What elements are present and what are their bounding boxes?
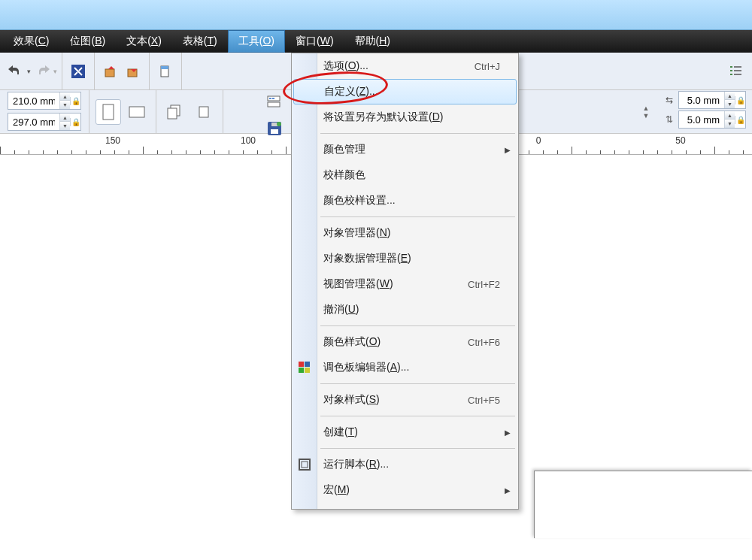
current-page-button[interactable]	[191, 99, 217, 125]
ruler-label: 100	[241, 135, 256, 146]
menu-tools[interactable]: 工具(O)	[228, 30, 285, 53]
page-height-input[interactable]	[8, 114, 59, 130]
spin-up[interactable]: ▲	[725, 111, 735, 120]
menu-item-label: 运行脚本(R)...	[323, 458, 389, 471]
menu-item[interactable]: 颜色管理▶	[292, 137, 518, 162]
spin-up-alt[interactable]: ▲	[641, 104, 651, 112]
nudge-y-field[interactable]: ▲▼ 🔒	[678, 110, 746, 129]
portrait-button[interactable]	[96, 99, 121, 125]
menu-table[interactable]: 表格(T)	[172, 30, 228, 53]
customize-icon	[266, 93, 283, 110]
nudge-x-field[interactable]: ▲▼ 🔒	[678, 91, 746, 109]
pages-stack-icon	[166, 104, 184, 120]
redo-button[interactable]	[32, 62, 52, 81]
all-pages-button[interactable]	[162, 99, 188, 125]
menu-label: 工具(O)	[238, 35, 274, 48]
spin-down-alt[interactable]: ▼	[641, 112, 651, 120]
page-height-field[interactable]: ▲▼ 🔒	[8, 113, 81, 131]
menu-label: 文本(X)	[126, 35, 162, 48]
page-width-input[interactable]	[8, 92, 59, 109]
svg-rect-15	[302, 462, 308, 468]
menu-bitmap[interactable]: 位图(B)	[59, 30, 116, 53]
menu-item[interactable]: 调色板编辑器(A)...	[292, 355, 518, 380]
menu-item[interactable]: 撤消(U)	[292, 297, 518, 322]
menu-item[interactable]: 颜色校样设置...	[292, 188, 518, 213]
import-icon	[104, 65, 117, 78]
nudge-y-input[interactable]	[679, 111, 724, 128]
spin-up[interactable]: ▲	[60, 114, 70, 122]
menu-separator	[320, 325, 515, 326]
svg-rect-13	[305, 368, 310, 373]
lock-icon[interactable]: 🔒	[70, 97, 80, 105]
menu-item[interactable]: 宏(M)▶	[292, 477, 518, 503]
submenu-arrow-icon: ▶	[505, 428, 511, 437]
nudge-x-input[interactable]	[679, 92, 724, 108]
menu-item[interactable]: 对象样式(S)Ctrl+F5	[292, 387, 518, 413]
menu-text[interactable]: 文本(X)	[116, 30, 172, 53]
spin-down[interactable]: ▼	[725, 100, 735, 108]
ruler-label: 0	[536, 135, 541, 146]
nudge-x-icon: ⇆	[662, 95, 677, 105]
menu-item[interactable]: 视图管理器(W)Ctrl+F2	[292, 271, 518, 297]
menu-separator	[320, 448, 515, 449]
svg-rect-10	[299, 362, 304, 367]
menu-separator	[320, 383, 515, 384]
page-layout-button[interactable]	[156, 62, 175, 81]
menu-item-shortcut: Ctrl+F5	[468, 395, 500, 406]
spin-down[interactable]: ▼	[725, 120, 735, 128]
redo-icon	[35, 65, 50, 77]
menu-label: 表格(T)	[183, 35, 217, 48]
menu-item-label: 对象管理器(N)	[323, 226, 390, 240]
menu-item-label: 选项(O)...	[323, 59, 368, 73]
landscape-button[interactable]	[124, 99, 150, 125]
svg-rect-17	[268, 102, 280, 107]
menu-help[interactable]: 帮助(H)	[344, 30, 401, 53]
dropdown-caret[interactable]: ▾	[27, 68, 31, 75]
export-button[interactable]	[123, 62, 143, 81]
spin-up[interactable]: ▲	[60, 92, 70, 101]
menu-item[interactable]: 校样颜色	[292, 162, 518, 188]
spin-down[interactable]: ▼	[60, 122, 70, 130]
menu-item[interactable]: 运行脚本(R)...	[292, 452, 518, 477]
submenu-arrow-icon: ▶	[505, 146, 511, 154]
menu-effects[interactable]: 效果(C)	[3, 30, 59, 53]
menu-item[interactable]: 将设置另存为默认设置(D)	[292, 104, 518, 130]
menu-item-label: 宏(M)	[323, 483, 350, 497]
options-toolbar-button[interactable]	[726, 62, 746, 81]
lock-icon[interactable]: 🔒	[70, 118, 80, 126]
menu-item[interactable]: 自定义(Z)...	[293, 79, 517, 104]
menu-item[interactable]: 创建(T)▶	[292, 419, 518, 445]
menu-item-label: 颜色样式(O)	[323, 335, 381, 349]
page-width-field[interactable]: ▲▼ 🔒	[8, 92, 81, 110]
undo-button[interactable]	[6, 62, 26, 81]
menu-item[interactable]: 对象数据管理器(E)	[292, 246, 518, 271]
link-button[interactable]	[68, 62, 88, 81]
run-script-icon	[298, 458, 311, 471]
nudge-y-icon: ⇅	[662, 114, 677, 125]
menu-separator	[320, 133, 515, 134]
svg-rect-9	[199, 107, 208, 117]
dropdown-caret[interactable]: ▾	[53, 68, 57, 75]
lock-icon[interactable]: 🔒	[735, 116, 745, 124]
spin-down[interactable]: ▼	[60, 101, 70, 109]
menu-item[interactable]: 选项(O)...Ctrl+J	[292, 53, 518, 79]
import-button[interactable]	[101, 62, 120, 81]
svg-rect-14	[299, 459, 310, 470]
checklist-icon	[729, 65, 744, 77]
link-icon	[71, 65, 85, 78]
svg-rect-18	[269, 98, 271, 99]
menu-item[interactable]: 对象管理器(N)	[292, 220, 518, 246]
undo-icon	[8, 65, 23, 77]
page-single-icon	[195, 104, 213, 120]
spin-up[interactable]: ▲	[725, 92, 735, 100]
svg-rect-4	[161, 66, 168, 69]
landscape-icon	[129, 106, 145, 118]
title-bar	[0, 0, 752, 30]
menu-item[interactable]: 颜色样式(O)Ctrl+F6	[292, 329, 518, 355]
lock-icon[interactable]: 🔒	[735, 96, 745, 104]
menu-separator	[320, 216, 515, 217]
svg-rect-21	[271, 129, 278, 134]
menu-item-label: 颜色校样设置...	[323, 194, 396, 207]
portrait-icon	[102, 104, 114, 120]
menu-window[interactable]: 窗口(W)	[285, 30, 344, 53]
